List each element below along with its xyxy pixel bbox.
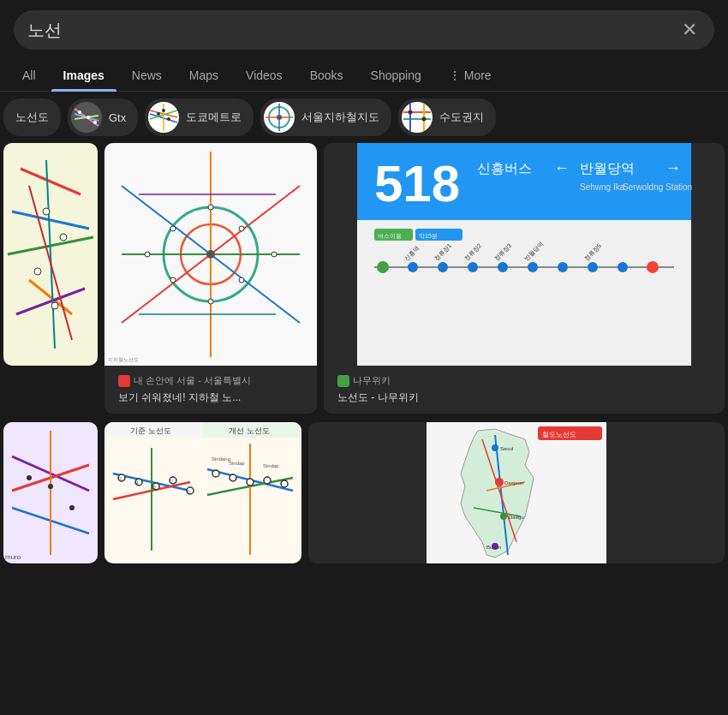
- svg-point-120: [247, 479, 254, 486]
- svg-rect-20: [402, 102, 433, 133]
- card-right-1-source-name: 나무위키: [353, 374, 391, 387]
- svg-text:4: 4: [136, 480, 139, 486]
- tab-all[interactable]: All: [10, 60, 48, 91]
- tab-shopping[interactable]: Shopping: [359, 60, 433, 91]
- svg-point-6: [93, 121, 97, 124]
- svg-point-12: [157, 112, 160, 116]
- image-card-right-1[interactable]: 518 신흥버스 ← 반월당역 → Sehwng Ika Serwoldng S…: [324, 143, 725, 414]
- image-card-left-2[interactable]: muro: [3, 422, 98, 563]
- chip-seoul-subway[interactable]: 서울지하철지도: [260, 98, 391, 136]
- tab-maps[interactable]: Maps: [177, 60, 230, 91]
- svg-text:기준 노선도: 기준 노선도: [130, 426, 171, 435]
- svg-point-119: [230, 474, 236, 481]
- svg-point-71: [468, 262, 478, 272]
- image-card-mid-1[interactable]: 지하철노선도 내 손안에 서울 - 서울특별시 보기 쉬워졌네! 지하철 노..…: [104, 143, 317, 414]
- chip-gtx[interactable]: Gtx: [68, 98, 138, 136]
- svg-text:Daejeon: Daejeon: [504, 480, 523, 486]
- svg-point-74: [558, 262, 568, 272]
- svg-point-118: [212, 470, 219, 477]
- svg-text:6: 6: [188, 489, 190, 494]
- more-dots-icon: ⋮: [449, 69, 461, 82]
- chip-gtx-label: Gtx: [109, 111, 126, 124]
- chip-seoul-thumb: [264, 102, 295, 133]
- chip-tokyo-metro[interactable]: 도쿄메트로: [145, 98, 254, 136]
- tab-books[interactable]: Books: [298, 60, 355, 91]
- svg-point-51: [170, 277, 176, 283]
- svg-point-76: [618, 262, 628, 272]
- svg-point-50: [239, 226, 244, 231]
- svg-point-13: [167, 117, 170, 121]
- svg-rect-66: [357, 220, 691, 366]
- chip-tokyo-label: 도쿄메트로: [186, 110, 242, 125]
- search-input[interactable]: [27, 21, 678, 40]
- svg-point-26: [422, 117, 427, 122]
- svg-point-19: [277, 115, 282, 120]
- chip-seoul-label: 서울지하철지도: [301, 110, 379, 125]
- svg-text:518: 518: [374, 155, 460, 212]
- svg-point-56: [272, 252, 277, 257]
- card-mid-1-source: 내 손안에 서울 - 서울특별시: [111, 372, 310, 389]
- chip-nosundo-label: 노선도: [15, 110, 49, 125]
- svg-point-48: [206, 250, 215, 259]
- svg-text:Sindap: Sindap: [263, 463, 279, 468]
- svg-point-69: [408, 262, 418, 272]
- svg-text:Daegu: Daegu: [509, 515, 524, 520]
- card-mid-1-title: 보기 쉬워졌네! 지하철 노...: [111, 389, 310, 410]
- more-label: More: [464, 69, 492, 82]
- svg-point-14: [162, 109, 165, 112]
- svg-point-134: [495, 478, 504, 486]
- card-mid-1-meta: 내 손안에 서울 - 서울특별시 보기 쉬워졌네! 지하철 노...: [104, 369, 317, 414]
- svg-text:2: 2: [170, 479, 173, 484]
- chip-sudokwon[interactable]: 수도권지: [398, 98, 496, 136]
- card-right-1-title: 노선도 - 나무위키: [331, 389, 718, 410]
- svg-text:→: →: [665, 159, 681, 176]
- svg-text:Seoul: Seoul: [500, 446, 513, 451]
- svg-text:Sindang: Sindang: [212, 456, 230, 462]
- tab-images[interactable]: Images: [51, 60, 116, 91]
- svg-text:철도노선도: 철도노선도: [542, 431, 576, 438]
- svg-point-52: [239, 277, 244, 283]
- chip-sudokwon-thumb: [402, 102, 433, 133]
- chip-tokyo-thumb: [148, 102, 179, 133]
- search-bar-container: ✕: [0, 0, 728, 60]
- svg-point-25: [409, 110, 413, 115]
- svg-text:muro: muro: [5, 553, 21, 561]
- svg-point-49: [170, 226, 176, 231]
- chip-nosundo[interactable]: 노선도: [3, 98, 61, 136]
- svg-text:Sindap: Sindap: [229, 461, 245, 466]
- svg-point-5: [87, 116, 90, 119]
- image-card-mid-2[interactable]: 기준 노선도 개선 노선도 2 4 5 2 6: [104, 422, 301, 563]
- svg-point-54: [208, 299, 213, 304]
- image-card-right-2[interactable]: 철도노선도 Seoul Daejeon Daegu Busan: [308, 422, 725, 563]
- svg-point-121: [264, 477, 271, 484]
- chip-gtx-thumb: [71, 102, 102, 133]
- svg-text:반월당역: 반월당역: [580, 161, 635, 176]
- svg-text:신흥버스: 신흥버스: [477, 161, 532, 176]
- image-grid-row1: 기 지하철노선도: [0, 143, 728, 414]
- search-bar: ✕: [14, 10, 714, 50]
- card-mid-1-source-icon: [118, 375, 130, 387]
- svg-text:지하철노선도: 지하철노선도: [108, 357, 139, 362]
- svg-text:5: 5: [153, 485, 156, 490]
- svg-text:버스이용: 버스이용: [378, 233, 402, 239]
- svg-point-35: [43, 208, 50, 215]
- svg-text:개선 노선도: 개선 노선도: [229, 426, 270, 435]
- more-menu[interactable]: ⋮ More: [437, 60, 504, 91]
- svg-point-94: [48, 484, 53, 489]
- svg-text:2: 2: [119, 476, 122, 481]
- card-mid-1-source-name: 내 손안에 서울 - 서울특별시: [134, 374, 251, 387]
- tab-videos[interactable]: Videos: [234, 60, 295, 91]
- clear-button[interactable]: ✕: [678, 19, 701, 41]
- svg-point-122: [281, 480, 288, 487]
- svg-text:약15분: 약15분: [419, 233, 438, 240]
- card-right-1-source: 나무위키: [331, 372, 718, 389]
- svg-text:Sehwng Ika: Sehwng Ika: [580, 182, 625, 192]
- svg-point-77: [647, 261, 659, 273]
- tab-news[interactable]: News: [120, 60, 174, 91]
- image-card-left-1[interactable]: 기: [3, 143, 98, 366]
- svg-point-93: [27, 475, 32, 480]
- card-right-1-meta: 나무위키 노선도 - 나무위키: [324, 369, 725, 414]
- svg-point-68: [377, 261, 389, 273]
- svg-text:←: ←: [554, 159, 570, 176]
- nav-tabs: All Images News Maps Videos Books Shoppi…: [0, 60, 728, 92]
